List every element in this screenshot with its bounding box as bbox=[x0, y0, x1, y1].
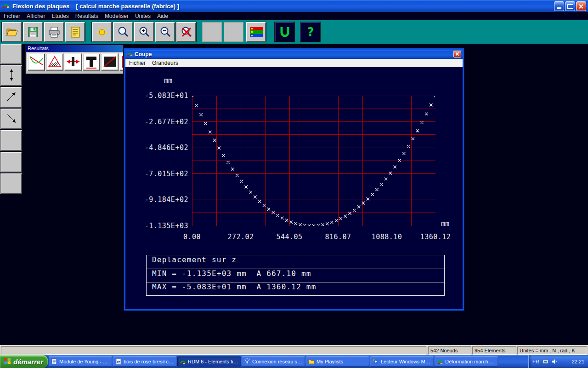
app-toolbar: ? bbox=[0, 20, 588, 44]
task-label: RDM 6 - Elements finis bbox=[188, 359, 238, 364]
menu-unites[interactable]: Unites bbox=[135, 13, 151, 19]
network-icon bbox=[244, 358, 250, 365]
taskbar-task-1[interactable]: Module de Young - Wi... bbox=[49, 356, 112, 367]
zoom-in-button[interactable] bbox=[134, 22, 154, 42]
zoom-cancel-button[interactable] bbox=[176, 22, 196, 42]
isovalues-button[interactable] bbox=[246, 22, 266, 42]
contraintes-button[interactable] bbox=[101, 53, 119, 71]
menu-etudes[interactable]: Etudes bbox=[51, 13, 68, 19]
app-title: Flexion des plaques bbox=[12, 3, 69, 10]
menu-resultats[interactable]: Resultats bbox=[75, 13, 98, 19]
language-indicator[interactable]: FR bbox=[532, 359, 539, 364]
spacer-1-button[interactable] bbox=[202, 22, 222, 42]
printer-icon bbox=[48, 26, 61, 39]
app-menubar: FichierAfficherEtudesResultatsModeliserU… bbox=[0, 12, 588, 20]
y-axis-unit: mm bbox=[164, 76, 172, 85]
side-6-button[interactable] bbox=[0, 152, 22, 172]
svg-text:?: ? bbox=[307, 25, 314, 39]
taskbar-task-7[interactable]: Déformation marche ... bbox=[435, 356, 498, 367]
results-panel-title: Resultats bbox=[26, 45, 123, 52]
folder-open-icon bbox=[6, 26, 18, 38]
coupe-axe-button[interactable] bbox=[64, 53, 82, 71]
coupe-window: Coupe FichierGrandeurs mm mm Deplacement… bbox=[124, 48, 464, 310]
coupe-deformee-button[interactable] bbox=[27, 53, 45, 71]
maximize-icon bbox=[567, 4, 573, 9]
coupe-menu-fichier[interactable]: Fichier bbox=[129, 60, 146, 66]
taskbar-task-6[interactable]: Lecteur Windows Media bbox=[370, 356, 434, 367]
color-bands-icon bbox=[249, 27, 263, 38]
task-label: Lecteur Windows Media bbox=[381, 359, 431, 364]
print-button[interactable] bbox=[44, 22, 64, 42]
y-tick-label: -9.184E+02 bbox=[139, 196, 188, 204]
magnifier-minus-icon bbox=[159, 26, 172, 39]
x-tick-label: 1088.10 bbox=[372, 233, 402, 241]
workspace: Resultats Coupe FichierGrandeurs mm mm D… bbox=[0, 44, 588, 345]
app-titlebar: Flexion des plaques [ calcul marche pass… bbox=[0, 0, 588, 12]
start-button[interactable]: démarrer bbox=[0, 355, 48, 368]
task-label: Déformation marche ... bbox=[445, 359, 496, 364]
window-controls bbox=[554, 1, 586, 11]
help-button[interactable]: ? bbox=[300, 22, 320, 42]
sun-icon bbox=[96, 26, 108, 39]
moments-button[interactable] bbox=[82, 53, 100, 71]
coupe-menu-grandeurs[interactable]: Grandeurs bbox=[152, 60, 178, 66]
magnifier-plus-icon bbox=[138, 26, 151, 39]
app-icon bbox=[2, 1, 10, 11]
coupe-titlebar[interactable]: Coupe bbox=[125, 50, 463, 59]
arrows-vertical-icon bbox=[5, 68, 18, 84]
report-button[interactable] bbox=[65, 22, 85, 42]
menu-modeliser[interactable]: Modeliser bbox=[105, 13, 129, 19]
open-button[interactable] bbox=[2, 22, 22, 42]
coupe-info-box: Deplacement sur zMIN = -1.135E+03 mm A 6… bbox=[146, 255, 445, 296]
result-curve-icon bbox=[28, 54, 44, 71]
coupe-window-icon bbox=[127, 50, 133, 58]
menu-fichier[interactable]: Fichier bbox=[4, 13, 20, 19]
taskbar: démarrer FR 22:21 Module de Young - Wi..… bbox=[0, 355, 588, 368]
magnifier-icon bbox=[117, 26, 130, 39]
windows-logo-icon bbox=[4, 358, 11, 366]
isolignes-button[interactable] bbox=[45, 53, 63, 71]
volume-icon[interactable] bbox=[552, 359, 558, 364]
magnet-button[interactable] bbox=[275, 22, 294, 42]
start-label: démarrer bbox=[13, 358, 43, 366]
y-tick-label: -7.015E+02 bbox=[139, 170, 188, 178]
rendering-button[interactable] bbox=[92, 22, 112, 42]
save-button[interactable] bbox=[23, 22, 43, 42]
side-5-button[interactable] bbox=[0, 130, 22, 151]
side-1-button[interactable] bbox=[0, 44, 22, 64]
coupe-title: Coupe bbox=[135, 51, 152, 58]
magnifier-cancel-icon bbox=[180, 26, 193, 39]
menu-aide[interactable]: Aide bbox=[157, 13, 168, 19]
spacer-2-button[interactable] bbox=[224, 22, 243, 42]
side-4-button[interactable] bbox=[0, 109, 22, 129]
magnet-icon bbox=[278, 25, 292, 39]
taskbar-task-4[interactable]: Connexion réseau sa... bbox=[242, 356, 305, 367]
status-nodes: 542 Noeuds bbox=[428, 346, 471, 355]
status-units: Unites = mm , N , rad , K . bbox=[517, 346, 587, 355]
x-tick-label: 272.02 bbox=[227, 233, 254, 241]
arrow-diagonal-down-icon bbox=[5, 111, 18, 127]
isovaleurs-button[interactable] bbox=[119, 53, 123, 71]
menu-afficher[interactable]: Afficher bbox=[27, 13, 45, 19]
taskbar-task-2[interactable]: ebois de rose bresil co... bbox=[113, 356, 176, 367]
maximize-button[interactable] bbox=[565, 1, 575, 11]
results-panel: Resultats bbox=[25, 45, 124, 74]
coupe-close-button[interactable] bbox=[453, 51, 461, 58]
svg-text:e: e bbox=[117, 359, 120, 364]
close-button[interactable] bbox=[576, 1, 586, 11]
taskbar-task-5[interactable]: My Playlists bbox=[306, 356, 369, 367]
coupe-menubar: FichierGrandeurs bbox=[125, 59, 463, 67]
desktop: Flexion des plaques [ calcul marche pass… bbox=[0, 0, 588, 368]
display-icon[interactable] bbox=[543, 359, 548, 364]
x-tick-label: 0.00 bbox=[183, 233, 201, 241]
zoom-button[interactable] bbox=[113, 22, 133, 42]
task-label: My Playlists bbox=[317, 359, 343, 364]
side-7-button[interactable] bbox=[0, 173, 22, 194]
coupe-info-title: Deplacement sur z bbox=[147, 255, 444, 269]
side-3-button[interactable] bbox=[0, 87, 22, 108]
result-stripes-icon bbox=[120, 54, 124, 71]
zoom-out-button[interactable] bbox=[155, 22, 175, 42]
taskbar-task-3[interactable]: RDM 6 - Elements finis bbox=[177, 356, 241, 367]
side-2-button[interactable] bbox=[0, 65, 22, 86]
minimize-button[interactable] bbox=[554, 1, 564, 11]
